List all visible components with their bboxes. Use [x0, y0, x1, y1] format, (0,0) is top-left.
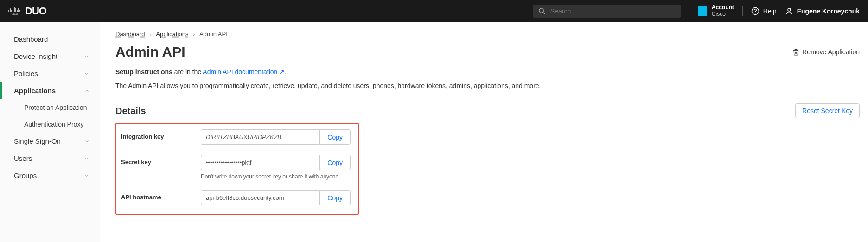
sidebar-label: Applications: [14, 87, 56, 95]
chevron-down-icon: [84, 71, 89, 76]
trash-icon: [792, 49, 799, 56]
copy-secret-key-button[interactable]: Copy: [319, 155, 351, 170]
app-header: cisco DUO Account Cisco Help Eugene Korn…: [0, 0, 868, 22]
breadcrumb-dashboard[interactable]: Dashboard: [115, 31, 145, 38]
sidebar-label: Dashboard: [14, 35, 48, 43]
account-icon: [698, 6, 707, 16]
api-description: The Admin API allows you to programmatic…: [115, 82, 860, 89]
header-right: Account Cisco Help Eugene Korneychuk: [698, 5, 860, 18]
sidebar-label: Policies: [14, 70, 38, 77]
sidebar-item-groups[interactable]: Groups: [0, 167, 100, 184]
external-link-icon: ↗: [279, 68, 285, 76]
search-input[interactable]: [550, 7, 676, 15]
secret-key-hint: Don't write down your secret key or shar…: [201, 173, 351, 180]
sidebar-item-users[interactable]: Users: [0, 150, 100, 167]
secret-key-row: Secret key Copy Don't write down your se…: [121, 155, 351, 180]
chevron-down-icon: [84, 139, 89, 144]
user-menu[interactable]: Eugene Korneychuk: [785, 7, 860, 15]
svg-point-0: [539, 8, 543, 13]
details-header: Details Reset Secret Key: [115, 103, 860, 118]
user-name: Eugene Korneychuk: [797, 7, 860, 15]
user-icon: [785, 7, 793, 15]
search-box[interactable]: [533, 5, 681, 18]
setup-instructions: Setup instructions are in the Admin API …: [115, 68, 860, 76]
sidebar-label: Users: [14, 154, 32, 162]
sidebar-item-sso[interactable]: Single Sign-On: [0, 133, 100, 150]
help-label: Help: [763, 7, 777, 15]
svg-line-1: [543, 12, 545, 14]
svg-point-3: [755, 13, 755, 13]
breadcrumb-current: Admin API: [199, 31, 228, 38]
help-link[interactable]: Help: [751, 7, 777, 15]
page-title: Admin API: [115, 44, 185, 60]
copy-integration-key-button[interactable]: Copy: [319, 129, 351, 145]
account-sub: Cisco: [712, 11, 734, 18]
svg-point-4: [788, 8, 791, 11]
secret-key-field[interactable]: [201, 155, 319, 170]
sidebar: Dashboard Device Insight Policies Applic…: [0, 22, 100, 242]
chevron-up-icon: [84, 88, 89, 94]
secret-key-label: Secret key: [121, 155, 195, 166]
remove-application-button[interactable]: Remove Application: [792, 48, 860, 56]
separator: [742, 6, 743, 16]
title-row: Admin API Remove Application: [115, 44, 860, 60]
breadcrumb-sep: ›: [193, 32, 195, 37]
api-hostname-label: API hostname: [121, 190, 195, 201]
layout: Dashboard Device Insight Policies Applic…: [0, 22, 868, 242]
setup-rest: are in the: [172, 68, 203, 76]
account-menu[interactable]: Account Cisco: [698, 5, 734, 18]
breadcrumb-sep: ›: [150, 32, 152, 37]
search-icon: [538, 7, 546, 15]
help-icon: [751, 7, 760, 15]
api-hostname-row: API hostname Copy: [121, 190, 351, 205]
sidebar-item-dashboard[interactable]: Dashboard: [0, 31, 100, 48]
sidebar-sub-auth-proxy[interactable]: Authentication Proxy: [0, 116, 100, 133]
breadcrumb: Dashboard › Applications › Admin API: [115, 31, 860, 38]
integration-key-row: Integration key Copy: [121, 129, 351, 145]
admin-api-doc-link[interactable]: Admin API documentation ↗: [203, 68, 285, 76]
sidebar-label: Groups: [14, 172, 37, 179]
account-label: Account: [712, 5, 734, 11]
chevron-down-icon: [84, 173, 89, 178]
duo-logo: DUO: [25, 5, 46, 17]
api-hostname-field[interactable]: [201, 190, 319, 205]
sidebar-item-policies[interactable]: Policies: [0, 65, 100, 82]
main-content: Dashboard › Applications › Admin API Adm…: [100, 22, 868, 242]
cisco-logo: cisco: [8, 7, 20, 16]
setup-bold: Setup instructions: [115, 68, 172, 76]
sidebar-item-device-insight[interactable]: Device Insight: [0, 48, 100, 65]
copy-api-hostname-button[interactable]: Copy: [319, 190, 351, 205]
reset-secret-key-button[interactable]: Reset Secret Key: [795, 103, 860, 118]
chevron-down-icon: [84, 54, 89, 59]
sidebar-label: Single Sign-On: [14, 137, 61, 145]
sidebar-label: Device Insight: [14, 52, 57, 60]
cisco-text: cisco: [11, 12, 17, 16]
integration-key-field[interactable]: [201, 129, 319, 145]
brand-logo[interactable]: cisco DUO: [8, 5, 46, 17]
details-box: Integration key Copy Secret key Copy Don…: [115, 123, 359, 215]
remove-app-label: Remove Application: [802, 48, 860, 56]
chevron-down-icon: [84, 156, 89, 161]
integration-key-label: Integration key: [121, 129, 195, 140]
breadcrumb-applications[interactable]: Applications: [156, 31, 188, 38]
details-heading: Details: [115, 106, 146, 116]
setup-period: .: [285, 68, 287, 76]
sidebar-item-applications[interactable]: Applications: [0, 82, 100, 99]
sidebar-sub-protect-app[interactable]: Protect an Application: [0, 99, 100, 116]
